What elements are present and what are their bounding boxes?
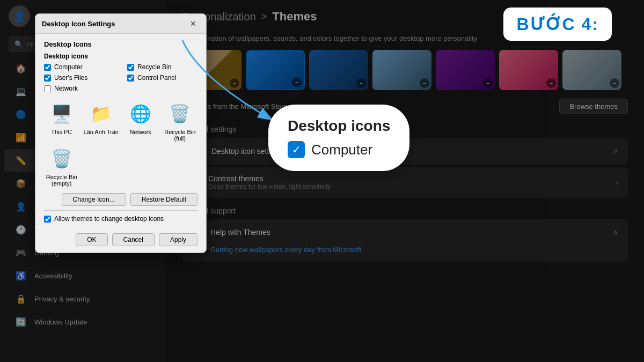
network-checkbox-row[interactable]: Network [44, 85, 114, 92]
computer-checkbox-row[interactable]: Computer [44, 63, 114, 71]
dialog-body: Desktop Icons Desktop icons Computer Rec… [35, 34, 206, 229]
nav-icon-accessibility: ♿ [15, 270, 27, 282]
dialog-title: Desktop Icon Settings [42, 20, 115, 28]
users-files-checkbox-row[interactable]: User's Files [44, 74, 114, 82]
nav-icon-accounts: 👤 [15, 201, 27, 212]
theme-remove-t1[interactable]: − [230, 78, 239, 88]
breadcrumb-current: Themes [272, 10, 317, 24]
lan-anh-tran-icon-item[interactable]: 📁 Lân Anh Trân [84, 101, 119, 142]
change-icon-button[interactable]: Change Icon... [62, 193, 126, 206]
dialog-close-button[interactable]: ✕ [187, 18, 200, 29]
recycle-bin-checkbox[interactable] [127, 64, 134, 71]
wallpaper-link[interactable]: Getting new wallpapers every day from Mi… [210, 246, 361, 254]
help-themes-content: Getting new wallpapers every day from Mi… [182, 245, 628, 262]
contrast-themes-sub: Color themes for low vision, light sensi… [208, 183, 608, 190]
help-themes-item: 🌐 Help with Themes ∧ Getting new wallpap… [182, 219, 628, 262]
chevron-up-icon: ∧ [613, 228, 618, 237]
avatar: 👤 [9, 5, 30, 27]
external-link-icon: ↗ [612, 147, 618, 156]
this-pc-icon: 🖥️ [49, 101, 75, 127]
nav-icon-windows_update: 🔄 [15, 316, 27, 328]
related-settings-section: Related settings 🖥️ Desktop icon setting… [182, 125, 628, 198]
theme-thumb-t6[interactable]: − [499, 50, 558, 90]
browse-themes-row: e themes from the Microsoft Store Browse… [182, 99, 628, 114]
help-themes-label: Help with Themes [210, 228, 605, 237]
recycle-bin-empty-label: Recycle Bin(empty) [46, 174, 77, 187]
help-themes-header[interactable]: 🌐 Help with Themes ∧ [182, 219, 628, 245]
theme-thumb-t3[interactable]: − [309, 50, 368, 90]
nav-label-windows_update: Windows Update [34, 318, 87, 326]
recycle-bin-empty-icon-item[interactable]: 🗑️ Recycle Bin(empty) [44, 146, 79, 187]
dialog-titlebar: Desktop Icon Settings ✕ [35, 14, 206, 34]
related-support-title: Related support [182, 206, 628, 215]
nav-label-accessibility: Accessibility [34, 272, 72, 280]
dialog-buttons: OK Cancel Apply [35, 229, 206, 253]
network-checkbox[interactable] [44, 85, 51, 92]
theme-remove-t7[interactable]: − [610, 78, 619, 88]
nav-icon-privacy: 🔒 [15, 293, 27, 305]
theme-remove-t6[interactable]: − [546, 78, 556, 88]
related-settings-title: Related settings [182, 125, 628, 134]
control-panel-checkbox-row[interactable]: Control Panel [127, 74, 197, 82]
search-icon: 🔍 [14, 40, 23, 48]
nav-icon-network: 📶 [15, 131, 27, 143]
restore-default-button[interactable]: Restore Default [130, 193, 197, 206]
nav-label-privacy: Privacy & security [34, 295, 90, 303]
theme-thumb-t5[interactable]: − [436, 50, 495, 90]
dialog-icons-grid: 🖥️ This PC 📁 Lân Anh Trân 🌐 Network 🗑️ R… [44, 101, 197, 187]
checkboxes-grid: Computer Recycle Bin User's Files Contro… [44, 63, 197, 94]
sidebar-item-windows_update[interactable]: 🔄 Windows Update [4, 311, 162, 333]
icon-action-buttons: Change Icon... Restore Default [44, 193, 197, 206]
sidebar-item-privacy[interactable]: 🔒 Privacy & security [4, 287, 162, 310]
nav-icon-system: 💻 [15, 85, 27, 97]
recycle-bin-full-label: Recycle Bin(full) [164, 129, 195, 142]
step-badge-text: BƯỚC 4: [516, 14, 599, 34]
contrast-themes-label: Contrast themes [208, 174, 608, 183]
nav-icon-apps: 📦 [15, 178, 27, 189]
theme-remove-t3[interactable]: − [356, 78, 366, 88]
theme-thumb-t7[interactable]: − [562, 50, 621, 90]
network-icon: 🌐 [128, 101, 153, 127]
breadcrumb-sep: > [261, 11, 267, 23]
desktop-icon-settings-item[interactable]: 🖥️ Desktop icon settings ↗ [182, 138, 628, 165]
computer-checkbox[interactable] [44, 64, 51, 71]
recycle-bin-full-icon: 🗑️ [167, 101, 193, 127]
allow-themes-row[interactable]: Allow themes to change desktop icons [44, 215, 197, 223]
theme-thumb-t2[interactable]: − [246, 50, 305, 90]
user-folder-icon: 📁 [88, 101, 114, 127]
sidebar-item-accessibility[interactable]: ♿ Accessibility [4, 264, 162, 287]
themes-grid: −−−−−−− [182, 50, 628, 90]
contrast-themes-item[interactable]: ◑ Contrast themes Color themes for low v… [182, 167, 628, 198]
ok-button[interactable]: OK [76, 233, 107, 246]
lan-anh-tran-label: Lân Anh Trân [84, 129, 119, 135]
nav-icon-time: 🕐 [15, 224, 27, 235]
browse-themes-button[interactable]: Browse themes [559, 99, 628, 114]
nav-icon-home: 🏠 [15, 62, 27, 74]
this-pc-icon-item[interactable]: 🖥️ This PC [44, 101, 79, 142]
allow-themes-label: Allow themes to change desktop icons [54, 215, 164, 223]
users-files-checkbox[interactable] [44, 75, 51, 82]
network-icon-item[interactable]: 🌐 Network [123, 101, 158, 142]
desktop-icons-sub-label: Desktop icons [44, 53, 197, 60]
this-pc-label: This PC [51, 129, 72, 135]
theme-thumb-t4[interactable]: − [372, 50, 431, 90]
themes-section: A combination of wallpapers, sounds, and… [182, 34, 628, 114]
cancel-button[interactable]: Cancel [112, 233, 155, 246]
dialog-divider [44, 210, 197, 211]
theme-remove-t4[interactable]: − [420, 78, 429, 88]
recycle-bin-checkbox-row[interactable]: Recycle Bin [127, 63, 197, 71]
apply-button[interactable]: Apply [159, 233, 197, 246]
main-content: Personalization > Themes A combination o… [166, 0, 644, 362]
control-panel-checkbox[interactable] [127, 75, 134, 82]
nav-icon-personalization: ✏️ [15, 154, 27, 166]
network-label: Network [130, 129, 151, 135]
nav-icon-bluetooth: 🔵 [15, 108, 27, 120]
theme-remove-t2[interactable]: − [292, 77, 302, 87]
step-badge: BƯỚC 4: [503, 8, 612, 41]
nav-icon-gaming: 🎮 [15, 247, 27, 258]
recycle-bin-full-icon-item[interactable]: 🗑️ Recycle Bin(full) [163, 101, 198, 142]
theme-remove-t5[interactable]: − [483, 78, 493, 88]
chevron-right-icon: › [616, 178, 618, 187]
allow-themes-checkbox[interactable] [44, 216, 51, 223]
dialog-section-label: Desktop Icons [44, 40, 197, 48]
